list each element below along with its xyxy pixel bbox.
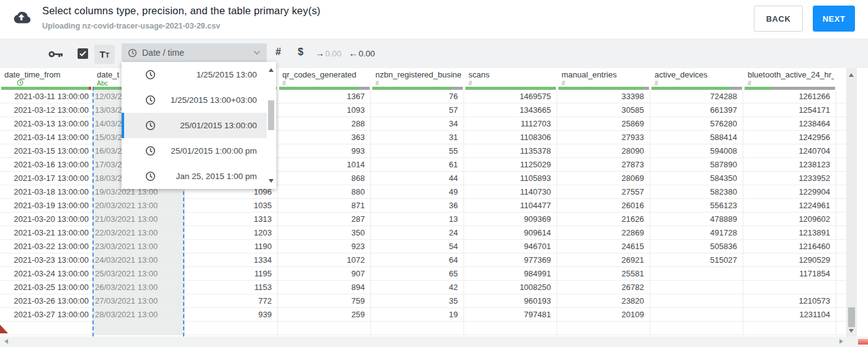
clock-icon [145,146,156,156]
table-cell: 1216460 [743,240,836,253]
increase-decimal-button[interactable]: →0.00 [315,48,341,58]
table-cell: 25581 [557,267,650,281]
clock-type-icon [4,79,90,87]
table-cell: 54 [371,240,464,253]
table-cell: 515027 [650,253,743,267]
scroll-right-arrow[interactable] [839,339,843,344]
format-option-label: 1/25/2015 13:00 [156,70,267,79]
table-row: 2021-03-19 13:00:0020/03/2021 13:0010358… [0,199,846,213]
number-type-button[interactable]: # [275,46,281,58]
table-cell: 65 [371,267,464,281]
format-option[interactable]: 1/25/2015 13:00+03:00 [122,87,267,113]
table-cell: 2021-03-11 13:00:00 [0,90,92,103]
table-cell: 22/03/2021 13:00 [92,226,185,240]
clock-icon [145,120,156,131]
table-cell: 1072 [278,253,371,267]
column-header-nzbn_registered_busine[interactable]: nzbn_registered_busine# [371,68,464,87]
table-cell [836,281,846,294]
column-header-manual_entries[interactable]: manual_entries# [557,68,650,87]
table-cell: 1313 [185,213,278,226]
table-cell: 26921 [557,253,650,267]
horizontal-scrollbar-thumb[interactable] [858,339,868,345]
clock-icon [145,95,156,105]
table-cell: 1231104 [743,308,836,322]
column-header-scans[interactable]: scans# [464,68,557,87]
table-cell: 880 [278,185,371,199]
table-cell: 1229904 [743,185,836,199]
format-option[interactable]: 25/01/2015 13:00:00 [122,113,267,138]
table-cell: 64 [371,253,464,267]
table-cell: 28/03/2021 13:00 [92,308,185,322]
table-cell: 993 [278,144,371,158]
table-cell: 1008250 [464,281,557,294]
table-row: 2021-03-21 13:00:0022/03/2021 13:0012033… [0,226,846,240]
text-type-button[interactable]: Tt [94,45,115,64]
back-button[interactable]: BACK [754,6,803,32]
column-name: manual_entries [562,70,648,79]
table-cell [743,281,836,294]
table-cell: 31 [371,131,464,144]
table-cell: 587890 [650,158,743,172]
column-name: qr_codes_generated [282,70,369,79]
table-cell: 1112703 [464,117,557,131]
page-header: Select columns type, precision, and the … [0,0,868,38]
boolean-type-checkbox[interactable] [78,48,88,59]
table-cell: 2021-03-18 13:00:00 [0,185,92,199]
dropdown-scroll-down-arrow[interactable] [269,179,274,183]
table-cell: 2021-03-15 13:00:00 [0,144,92,158]
next-button[interactable]: NEXT [813,6,855,32]
table-cell: 49 [371,185,464,199]
table-cell [743,322,836,335]
horizontal-scrollbar[interactable] [0,336,868,347]
format-option[interactable]: 1/25/2015 13:00 [122,62,267,87]
column-type-label [841,70,844,78]
table-cell: 27/03/2021 13:00 [92,294,185,308]
table-cell [0,322,92,335]
dropdown-scrollbar-thumb[interactable] [268,100,274,130]
table-cell: 57 [371,103,464,117]
column-type-label: # [655,79,741,87]
dropdown-scrollbar[interactable] [267,62,276,189]
table-cell: 1014 [278,158,371,172]
table-cell: 1224961 [743,199,836,213]
table-cell: 868 [278,172,371,185]
table-cell: 907 [278,267,371,281]
table-cell: 759 [278,294,371,308]
table-cell: 1254171 [743,103,836,117]
table-cell: 1240704 [743,144,836,158]
scroll-down-arrow[interactable] [849,329,854,333]
column-name: nzbn_registered_busine [375,70,462,79]
table-cell: 1334 [185,253,278,267]
table-cell: 2021-03-24 13:00:00 [0,267,92,281]
table-cell: 946701 [464,240,557,253]
column-header-col-9 [836,68,846,87]
scroll-left-arrow[interactable] [4,339,8,344]
table-cell [836,117,846,131]
scroll-up-arrow[interactable] [849,73,854,77]
table-cell: 259 [278,308,371,322]
currency-type-button[interactable]: $ [298,46,303,58]
table-cell [836,253,846,267]
column-header-date_time_from[interactable]: date_time_from [0,68,92,87]
date-format-options: 1/25/2015 13:001/25/2015 13:00+03:0025/0… [122,62,267,189]
decrease-decimal-button[interactable]: ←0.00 [349,48,375,58]
table-cell [836,199,846,213]
type-format-select[interactable]: Date / time [122,43,267,62]
dropdown-scroll-up-arrow[interactable] [269,68,274,72]
primary-key-icon[interactable] [48,50,64,61]
column-header-bluetooth_active_24_hr_[interactable]: bluetooth_active_24_hr_# [743,68,836,87]
table-cell: 42 [371,281,464,294]
column-header-active_devices[interactable]: active_devices# [650,68,743,87]
table-cell: 582380 [650,185,743,199]
column-header-qr_codes_generated[interactable]: qr_codes_generated# [278,68,371,87]
vertical-scrollbar-thumb[interactable] [848,307,855,327]
format-option[interactable]: 25/01/2015 1:00:00 pm [122,138,267,164]
format-option[interactable]: Jan 25, 2015 1:00 pm [122,164,267,189]
vertical-scrollbar[interactable] [846,68,857,336]
table-cell [836,322,846,335]
table-cell [836,90,846,103]
table-cell [836,144,846,158]
table-cell: 2021-03-22 13:00:00 [0,240,92,253]
table-cell: 27933 [557,131,650,144]
table-cell: 26/03/2021 13:00 [92,281,185,294]
